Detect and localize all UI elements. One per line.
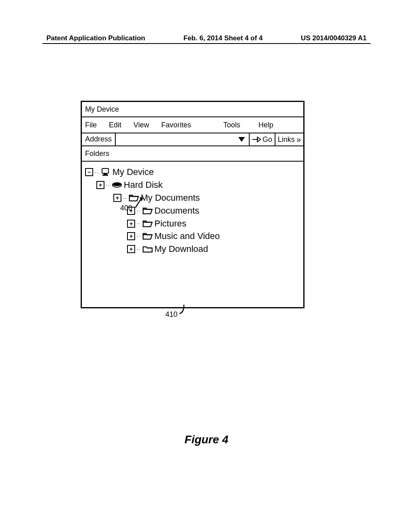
- svg-rect-3: [102, 168, 108, 173]
- svg-point-7: [113, 182, 121, 186]
- tree-connector: ··: [95, 168, 99, 176]
- tree-label-root: My Device: [113, 166, 154, 179]
- menu-file[interactable]: File: [85, 121, 97, 129]
- menu-tools[interactable]: Tools: [223, 121, 240, 129]
- callout-400-text: 400: [120, 204, 132, 212]
- tree-label-harddisk: Hard Disk: [124, 179, 163, 191]
- go-button[interactable]: Go: [250, 133, 275, 145]
- go-label: Go: [263, 135, 272, 144]
- tree-label: Pictures: [154, 217, 186, 230]
- figure-caption: Figure 4: [0, 433, 413, 446]
- expand-icon[interactable]: +: [127, 245, 135, 253]
- callout-410-text: 410: [165, 310, 177, 318]
- chevron-double-right-icon: »: [296, 135, 301, 144]
- svg-rect-4: [104, 173, 107, 175]
- dropdown-icon[interactable]: [238, 136, 246, 143]
- links-button[interactable]: Links »: [275, 133, 303, 145]
- tree-node-root[interactable]: − ·· My Device: [85, 166, 300, 179]
- expand-icon[interactable]: +: [113, 194, 121, 202]
- address-label: Address: [82, 133, 115, 145]
- expand-icon[interactable]: +: [127, 232, 135, 240]
- svg-marker-0: [238, 137, 245, 142]
- callout-arrow-icon: [134, 196, 144, 208]
- header-right: US 2014/0040329 A1: [301, 34, 367, 42]
- collapse-icon[interactable]: −: [85, 168, 93, 176]
- harddisk-icon: [112, 181, 122, 189]
- arrow-right-icon: [252, 137, 261, 142]
- header-rule: [42, 43, 371, 44]
- window-title: My Device: [82, 102, 303, 117]
- tree-connector: ··: [123, 194, 127, 202]
- address-bar: Address Go Links »: [82, 133, 303, 146]
- tree-label: Music and Video: [154, 230, 220, 243]
- tree-connector: ··: [137, 219, 141, 227]
- menu-help[interactable]: Help: [259, 121, 273, 129]
- folders-panel-header: Folders: [82, 146, 303, 162]
- svg-rect-5: [102, 175, 108, 176]
- tree-label: My Download: [154, 243, 208, 256]
- page-header: Patent Application Publication Feb. 6, 2…: [46, 34, 367, 42]
- tree-connector: ··: [106, 181, 110, 189]
- folder-open-icon: [142, 219, 153, 228]
- reference-numeral-410: 410: [165, 310, 177, 319]
- tree-node-mydownload[interactable]: + ·· My Download: [127, 243, 300, 256]
- menu-view[interactable]: View: [133, 121, 149, 129]
- folder-tree: − ·· My Device + ·· Hard Disk + ·· My Do…: [82, 162, 303, 259]
- callout-hook-icon: [178, 302, 187, 314]
- links-label: Links: [278, 135, 295, 144]
- tree-label-mydocuments: My Documents: [141, 191, 200, 204]
- explorer-window: My Device File Edit View Favorites Tools…: [81, 101, 305, 308]
- reference-numeral-400: 400: [120, 203, 132, 213]
- tree-node-music-video[interactable]: + ·· Music and Video: [127, 230, 300, 243]
- expand-icon[interactable]: +: [127, 220, 135, 228]
- expand-icon[interactable]: +: [96, 181, 104, 189]
- folder-icon: [142, 245, 153, 254]
- computer-icon: [100, 168, 111, 177]
- header-left: Patent Application Publication: [46, 34, 145, 42]
- address-input[interactable]: [115, 133, 250, 145]
- folder-open-icon: [142, 232, 153, 241]
- tree-connector: ··: [137, 245, 141, 253]
- menu-edit[interactable]: Edit: [109, 121, 121, 129]
- tree-node-documents[interactable]: + ·· Documents: [127, 204, 300, 217]
- menu-favorites[interactable]: Favorites: [161, 121, 191, 129]
- tree-label: Documents: [154, 204, 199, 217]
- tree-connector: ··: [137, 232, 141, 240]
- menu-bar: File Edit View Favorites Tools Help: [82, 117, 303, 133]
- tree-node-harddisk[interactable]: + ·· Hard Disk: [96, 179, 300, 191]
- header-center: Feb. 6, 2014 Sheet 4 of 4: [184, 34, 263, 42]
- tree-node-pictures[interactable]: + ·· Pictures: [127, 217, 300, 230]
